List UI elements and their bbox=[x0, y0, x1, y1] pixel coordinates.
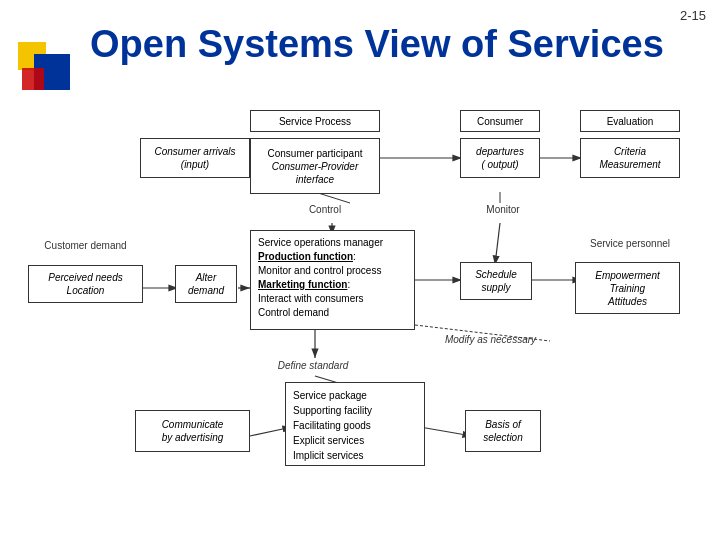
diagram-area: Service Process Consumer Evaluation Cons… bbox=[20, 110, 700, 520]
criteria-label: CriteriaMeasurement bbox=[599, 145, 660, 171]
evaluation-label: Evaluation bbox=[607, 115, 654, 128]
criteria-box: CriteriaMeasurement bbox=[580, 138, 680, 178]
consumer-participant-label: Consumer participantConsumer-Providerint… bbox=[267, 147, 362, 186]
departures-box: departures( output) bbox=[460, 138, 540, 178]
schedule-supply-label: Schedulesupply bbox=[475, 268, 517, 294]
evaluation-box: Evaluation bbox=[580, 110, 680, 132]
empowerment-label: EmpowermentTrainingAttitudes bbox=[595, 269, 659, 308]
basis-selection-box: Basis ofselection bbox=[465, 410, 541, 452]
consumer-arrivals-box: Consumer arrivals(input) bbox=[140, 138, 250, 178]
control-label: Control bbox=[290, 204, 360, 215]
perceived-needs-box: Perceived needsLocation bbox=[28, 265, 143, 303]
basis-selection-label: Basis ofselection bbox=[483, 418, 522, 444]
schedule-supply-box: Schedulesupply bbox=[460, 262, 532, 300]
modify-label: Modify as necessary bbox=[418, 334, 563, 345]
svg-line-8 bbox=[495, 223, 500, 265]
alter-demand-box: Alterdemand bbox=[175, 265, 237, 303]
empowerment-box: EmpowermentTrainingAttitudes bbox=[575, 262, 680, 314]
slide: 2-15 Open Systems View of Services bbox=[0, 0, 720, 540]
service-package-label: Service package Supporting facility Faci… bbox=[293, 390, 372, 461]
red-square bbox=[22, 68, 44, 90]
service-ops-box: Service operations manager Production fu… bbox=[250, 230, 415, 330]
service-package-box: Service package Supporting facility Faci… bbox=[285, 382, 425, 466]
perceived-needs-label: Perceived needsLocation bbox=[48, 271, 123, 297]
service-ops-label: Service operations manager Production fu… bbox=[258, 237, 383, 318]
slide-number: 2-15 bbox=[680, 8, 706, 23]
page-title: Open Systems View of Services bbox=[90, 24, 700, 66]
service-personnel-label: Service personnel bbox=[575, 238, 685, 249]
monitor-label: Monitor bbox=[468, 204, 538, 215]
departures-label: departures( output) bbox=[476, 145, 524, 171]
service-process-box: Service Process bbox=[250, 110, 380, 132]
communicate-box: Communicateby advertising bbox=[135, 410, 250, 452]
service-process-label: Service Process bbox=[279, 115, 351, 128]
customer-demand-label: Customer demand bbox=[28, 240, 143, 251]
alter-demand-label: Alterdemand bbox=[188, 271, 224, 297]
consumer-top-box: Consumer bbox=[460, 110, 540, 132]
consumer-arrivals-label: Consumer arrivals(input) bbox=[154, 145, 235, 171]
consumer-top-label: Consumer bbox=[477, 115, 523, 128]
consumer-participant-box: Consumer participantConsumer-Providerint… bbox=[250, 138, 380, 194]
communicate-label: Communicateby advertising bbox=[162, 418, 224, 444]
define-standard-label: Define standard bbox=[248, 360, 378, 371]
